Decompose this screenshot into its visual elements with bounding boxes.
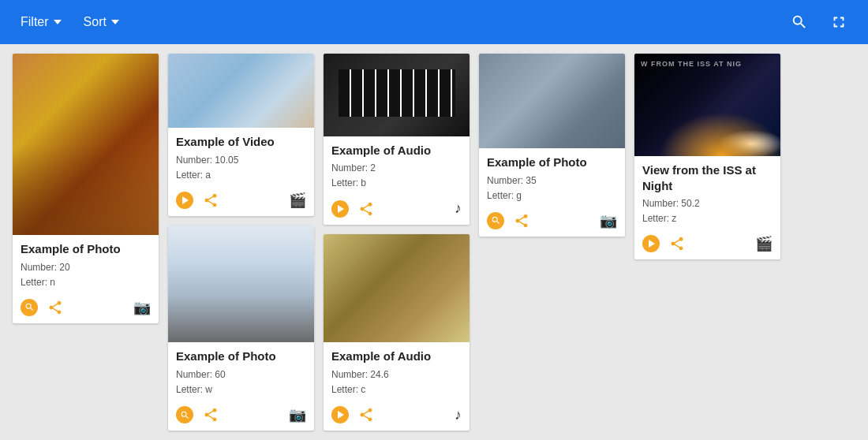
sort-label: Sort <box>84 15 107 29</box>
content-area: Example of Photo Number: 20 Letter: n 📷 <box>0 44 868 440</box>
card-share-button-1[interactable] <box>46 298 65 317</box>
card-number-trees: Number: 60 <box>176 367 306 382</box>
column-2: Example of Video Number: 10.05 Letter: a… <box>168 54 314 431</box>
card-title-2: Example of Video <box>176 134 306 150</box>
card-number-2: Number: 10.05 <box>176 153 306 168</box>
card-body-1: Example of Photo Number: 20 Letter: n <box>13 235 159 295</box>
card-title-trees: Example of Photo <box>176 349 306 364</box>
card-type-icon-iss: 🎬 <box>755 235 773 252</box>
search-button[interactable] <box>783 9 816 35</box>
card-body-2: Example of Video Number: 10.05 Letter: a <box>168 128 314 188</box>
fullscreen-button[interactable] <box>822 9 855 35</box>
card-play-button-instrument[interactable] <box>331 406 349 423</box>
card-letter-2: Letter: a <box>176 168 306 183</box>
card-image-iss <box>634 54 780 156</box>
card-search-button-trees[interactable] <box>176 406 193 423</box>
sort-chevron-icon <box>111 20 119 24</box>
card-title-piano: Example of Audio <box>331 143 462 158</box>
card-body-instrument: Example of Audio Number: 24.6 Letter: c <box>324 342 470 402</box>
filter-button[interactable]: Filter <box>13 10 69 34</box>
card-type-icon-trees: 📷 <box>289 406 306 423</box>
filter-label: Filter <box>21 15 49 29</box>
card-image-piano <box>324 54 470 136</box>
card-image-person <box>479 54 625 148</box>
card-footer-2: 🎬 <box>168 188 314 216</box>
card-number-iss: Number: 50.2 <box>642 196 773 211</box>
card-photo-trees: Example of Photo Number: 60 Letter: w 📷 <box>168 226 314 431</box>
column-5: View from the ISS at Night Number: 50.2 … <box>634 54 780 431</box>
card-footer-piano: ♪ <box>324 196 470 225</box>
card-play-button-piano[interactable] <box>331 200 349 218</box>
card-share-button-2[interactable] <box>201 191 220 210</box>
sort-button[interactable]: Sort <box>76 10 127 34</box>
card-type-icon-2: 🎬 <box>289 192 306 209</box>
card-number-1: Number: 20 <box>21 260 151 275</box>
card-footer-instrument: ♪ <box>324 402 470 431</box>
search-icon <box>791 13 808 31</box>
card-type-icon-person: 📷 <box>600 212 617 229</box>
card-title-person: Example of Photo <box>487 155 617 170</box>
card-footer-iss: 🎬 <box>634 231 780 259</box>
card-footer-person: 📷 <box>479 208 625 237</box>
card-letter-1: Letter: n <box>21 275 151 290</box>
card-search-button-1[interactable] <box>21 299 38 316</box>
card-type-icon-1: 📷 <box>133 299 151 316</box>
card-share-button-person[interactable] <box>512 211 531 230</box>
card-image-bird <box>168 54 314 128</box>
card-letter-instrument: Letter: c <box>331 382 462 397</box>
card-video-1: Example of Video Number: 10.05 Letter: a… <box>168 54 314 216</box>
card-footer-1: 📷 <box>13 295 159 323</box>
card-play-button-2[interactable] <box>176 192 193 209</box>
card-share-button-trees[interactable] <box>201 405 220 424</box>
card-iss: View from the ISS at Night Number: 50.2 … <box>634 54 780 259</box>
card-play-button-iss[interactable] <box>642 235 660 252</box>
column-3: Example of Audio Number: 2 Letter: b ♪ E… <box>324 54 470 431</box>
card-number-instrument: Number: 24.6 <box>331 367 462 382</box>
card-number-person: Number: 35 <box>487 173 617 188</box>
filter-chevron-icon <box>54 20 62 24</box>
card-type-icon-instrument: ♪ <box>455 407 462 423</box>
card-audio-instrument: Example of Audio Number: 24.6 Letter: c … <box>324 234 470 431</box>
card-image-trees <box>168 226 314 342</box>
card-title-1: Example of Photo <box>21 241 151 257</box>
column-4: Example of Photo Number: 35 Letter: g 📷 <box>479 54 625 431</box>
card-footer-trees: 📷 <box>168 402 314 431</box>
card-image-autumn <box>13 54 159 235</box>
card-photo-1: Example of Photo Number: 20 Letter: n 📷 <box>13 54 159 323</box>
card-title-iss: View from the ISS at Night <box>642 162 773 193</box>
card-letter-piano: Letter: b <box>331 176 462 191</box>
card-body-trees: Example of Photo Number: 60 Letter: w <box>168 342 314 402</box>
card-share-button-instrument[interactable] <box>357 405 376 424</box>
card-share-button-piano[interactable] <box>357 199 376 218</box>
card-share-button-iss[interactable] <box>668 234 687 253</box>
card-body-iss: View from the ISS at Night Number: 50.2 … <box>634 156 780 231</box>
card-letter-person: Letter: g <box>487 188 617 203</box>
card-letter-trees: Letter: w <box>176 382 306 397</box>
card-number-piano: Number: 2 <box>331 161 462 176</box>
card-body-person: Example of Photo Number: 35 Letter: g <box>479 148 625 208</box>
card-type-icon-piano: ♪ <box>455 200 462 217</box>
card-title-instrument: Example of Audio <box>331 349 462 364</box>
card-photo-person: Example of Photo Number: 35 Letter: g 📷 <box>479 54 625 237</box>
card-image-instrument <box>324 234 470 342</box>
card-audio-piano: Example of Audio Number: 2 Letter: b ♪ <box>324 54 470 225</box>
column-1: Example of Photo Number: 20 Letter: n 📷 <box>13 54 159 431</box>
fullscreen-icon <box>830 13 847 31</box>
toolbar: Filter Sort <box>0 0 868 44</box>
card-letter-iss: Letter: z <box>642 211 773 226</box>
card-body-piano: Example of Audio Number: 2 Letter: b <box>324 136 470 196</box>
card-search-button-person[interactable] <box>487 212 504 229</box>
